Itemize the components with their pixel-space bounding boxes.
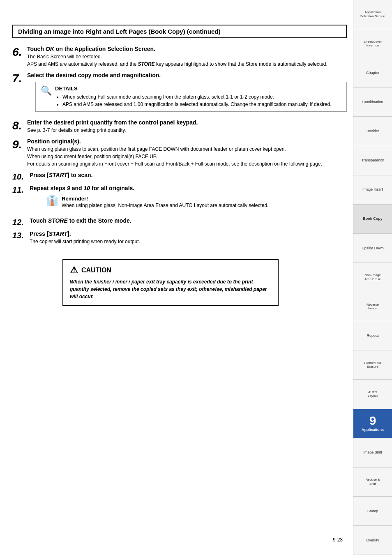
step-10-heading: Press [START] to scan. xyxy=(30,172,347,178)
details-list: When selecting Full scan mode and scanni… xyxy=(55,93,341,108)
step-9-heading: Position original(s). xyxy=(27,138,347,145)
step-12-number: 12. xyxy=(12,218,30,226)
caution-box: ⚠ CAUTION When the finisher / inner / pa… xyxy=(62,259,279,306)
step-7-heading: Select the desired copy mode and magnifi… xyxy=(27,72,347,78)
sidebar-item-image-insert[interactable]: Image Insert xyxy=(353,175,392,205)
details-content: DETAILS When selecting Full scan mode an… xyxy=(55,85,341,108)
step-11: 11. Repeat steps 9 and 10 for all origin… xyxy=(12,185,347,213)
details-icon: 🔍 xyxy=(41,86,52,95)
step-8-body: See p. 3-7 for details on setting print … xyxy=(27,127,347,134)
page-title: Dividing an Image into Right and Left Pa… xyxy=(12,25,347,38)
sidebar: ApplicationSelection Screen Sheet/CoverI… xyxy=(353,0,392,555)
step-7-details: 🔍 DETAILS When selecting Full scan mode … xyxy=(35,82,347,112)
reminder-content: Reminder! When using platen glass, Non-I… xyxy=(62,196,347,209)
sidebar-item-auto-layout[interactable]: AUTOLayout xyxy=(353,380,392,409)
step-12: 12. Touch STORE to exit the Store mode. xyxy=(12,217,347,226)
sidebar-item-chapter[interactable]: Chapter xyxy=(353,58,392,88)
caution-title: CAUTION xyxy=(81,267,111,274)
step-13-heading: Press [START]. xyxy=(30,230,347,237)
step-13-body: The copier will start printing when read… xyxy=(30,238,347,245)
step-13-content: Press [START]. The copier will start pri… xyxy=(30,230,347,313)
sidebar-item-non-image-area-erase[interactable]: Non-ImageArea Erase xyxy=(353,263,392,292)
reminder-box: 👔 Reminder! When using platen glass, Non… xyxy=(46,196,347,209)
sidebar-item-stamp[interactable]: Stamp xyxy=(353,497,392,526)
step-8-number: 8. xyxy=(12,120,27,131)
step-9-content: Position original(s). When using platen … xyxy=(27,138,347,168)
step-11-heading: Repeat steps 9 and 10 for all originals. xyxy=(30,185,347,191)
sidebar-item-book-copy[interactable]: Book Copy xyxy=(353,205,392,234)
reminder-icon: 👔 xyxy=(46,196,58,205)
step-6-heading: Touch OK on the Application Selection Sc… xyxy=(27,46,347,52)
step-11-number: 11. xyxy=(12,186,30,194)
applications-number: 9 xyxy=(369,415,376,427)
sidebar-item-combination[interactable]: Combination xyxy=(353,88,392,117)
sidebar-item-repeat[interactable]: Repeat xyxy=(353,321,392,350)
step-6-number: 6. xyxy=(12,46,27,58)
page-number: 9-23 xyxy=(333,537,343,543)
caution-header: ⚠ CAUTION xyxy=(70,265,271,276)
caution-body: When the finisher / inner / paper exit t… xyxy=(70,278,271,300)
step-10-number: 10. xyxy=(12,173,30,181)
step-8-heading: Enter the desired print quantity from th… xyxy=(27,119,347,126)
step-12-content: Touch STORE to exit the Store mode. xyxy=(30,217,347,224)
step-7-content: Select the desired copy mode and magnifi… xyxy=(27,72,347,115)
sidebar-item-reverse-image[interactable]: ReverseImage xyxy=(353,292,392,321)
step-11-content: Repeat steps 9 and 10 for all originals.… xyxy=(30,185,347,213)
sidebar-item-application-selection-screen[interactable]: ApplicationSelection Screen xyxy=(353,0,392,29)
sidebar-item-image-shift[interactable]: Image Shift xyxy=(353,438,392,467)
step-9-body: When using platen glass to scan, positio… xyxy=(27,145,347,168)
details-title: DETAILS xyxy=(55,85,341,92)
step-6: 6. Touch OK on the Application Selection… xyxy=(12,46,347,68)
step-10-content: Press [START] to scan. xyxy=(30,172,347,178)
step-12-heading: Touch STORE to exit the Store mode. xyxy=(30,217,347,224)
reminder-title: Reminder! xyxy=(62,196,347,202)
sidebar-item-upside-down[interactable]: Upside Down xyxy=(353,234,392,263)
step-13-number: 13. xyxy=(12,231,30,240)
caution-wrapper: ⚠ CAUTION When the finisher / inner / pa… xyxy=(38,252,347,313)
details-item-2: APS and AMS are released and 1.00 magnif… xyxy=(62,101,341,108)
step-9: 9. Position original(s). When using plat… xyxy=(12,138,347,168)
sidebar-item-frame-fold-erasure[interactable]: Frame/FoldErasure xyxy=(353,350,392,380)
step-7-number: 7. xyxy=(12,73,27,84)
details-item-1: When selecting Full scan mode and scanni… xyxy=(62,93,341,101)
sidebar-item-applications[interactable]: 9 Applications xyxy=(353,409,392,438)
step-6-body: The Basic Screen will be restored. APS a… xyxy=(27,53,347,68)
step-8: 8. Enter the desired print quantity from… xyxy=(12,119,347,134)
step-6-content: Touch OK on the Application Selection Sc… xyxy=(27,46,347,68)
sidebar-item-reduce-shift[interactable]: Reduce &Shift xyxy=(353,467,392,497)
sidebar-item-booklet[interactable]: Booklet xyxy=(353,117,392,146)
sidebar-item-overlay[interactable]: Overlay xyxy=(353,526,392,555)
step-9-number: 9. xyxy=(12,139,27,150)
step-7: 7. Select the desired copy mode and magn… xyxy=(12,72,347,115)
caution-icon: ⚠ xyxy=(70,265,78,276)
step-10: 10. Press [START] to scan. xyxy=(12,172,347,181)
sidebar-item-sheet-cover-insertion[interactable]: Sheet/CoverInsertion xyxy=(353,29,392,58)
step-8-content: Enter the desired print quantity from th… xyxy=(27,119,347,134)
applications-label: Applications xyxy=(362,428,384,432)
step-13: 13. Press [START]. The copier will start… xyxy=(12,230,347,313)
main-content: Dividing an Image into Right and Left Pa… xyxy=(12,25,347,342)
reminder-body: When using platen glass, Non-Image Area … xyxy=(62,202,347,209)
sidebar-item-transparency[interactable]: Transparency xyxy=(353,146,392,175)
